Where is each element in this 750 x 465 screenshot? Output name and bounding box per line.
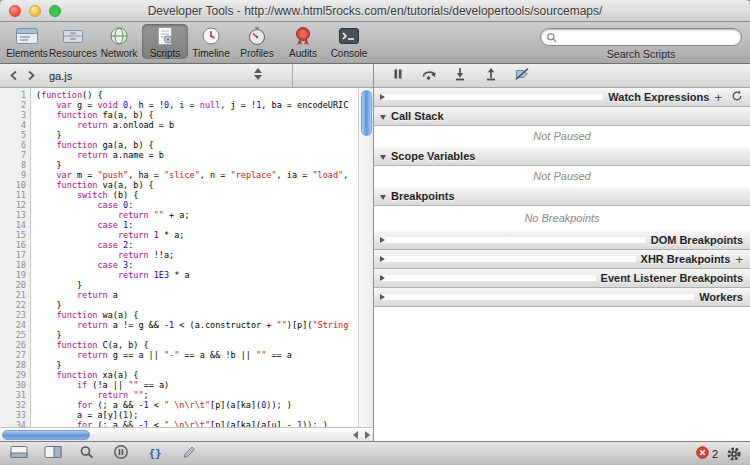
code-line[interactable]: return !!a;	[36, 250, 358, 260]
scroll-arrows[interactable]	[353, 431, 370, 439]
vertical-scroll-thumb[interactable]	[361, 90, 372, 136]
section-header-event-listener-breakpoints[interactable]: Event Listener Breakpoints	[374, 269, 750, 288]
code-line[interactable]: return a.onload = b	[36, 120, 358, 130]
code-line[interactable]: (function() {	[36, 90, 358, 100]
code-line[interactable]: return a != g && -1 < (a.constructor + "…	[36, 320, 358, 330]
line-number[interactable]: 22	[0, 300, 26, 310]
line-number[interactable]: 34	[0, 420, 26, 427]
line-number[interactable]: 9	[0, 170, 26, 180]
code-line[interactable]: return "" + a;	[36, 210, 358, 220]
toolbar-item-resources[interactable]: Resources	[50, 24, 96, 59]
line-number[interactable]: 31	[0, 390, 26, 400]
step-over-button[interactable]	[417, 67, 441, 85]
section-header-dom-breakpoints[interactable]: DOM Breakpoints	[374, 231, 750, 250]
code-line[interactable]: }	[36, 300, 358, 310]
line-number[interactable]: 3	[0, 110, 26, 120]
line-number[interactable]: 26	[0, 340, 26, 350]
pause-on-exceptions-button[interactable]	[110, 445, 132, 463]
step-into-button[interactable]	[448, 67, 472, 85]
line-number[interactable]: 27	[0, 350, 26, 360]
code-line[interactable]: a = a[y](1);	[36, 410, 358, 420]
line-number[interactable]: 21	[0, 290, 26, 300]
code-line[interactable]: for (; a && -1 < " \n\r\t"[p](a[ka](a[u]…	[36, 420, 358, 427]
code-line[interactable]: function va(a, b) {	[36, 180, 358, 190]
line-number[interactable]: 12	[0, 200, 26, 210]
code-line[interactable]: switch (b) {	[36, 190, 358, 200]
line-number[interactable]: 17	[0, 250, 26, 260]
line-number[interactable]: 4	[0, 120, 26, 130]
scroll-right-icon[interactable]	[365, 431, 370, 439]
dock-button[interactable]	[42, 445, 64, 463]
line-number[interactable]: 16	[0, 240, 26, 250]
code-line[interactable]: function wa(a) {	[36, 310, 358, 320]
toolbar-item-console[interactable]: Console	[326, 24, 372, 59]
error-count-badge[interactable]: 2	[696, 445, 718, 463]
minimize-button[interactable]	[29, 5, 41, 17]
line-number[interactable]: 11	[0, 190, 26, 200]
section-header-call-stack[interactable]: Call Stack	[374, 107, 750, 126]
vertical-scrollbar[interactable]	[358, 88, 373, 427]
line-number[interactable]: 13	[0, 210, 26, 220]
line-number[interactable]: 8	[0, 160, 26, 170]
section-header-scope-variables[interactable]: Scope Variables	[374, 147, 750, 166]
toolbar-item-audits[interactable]: Audits	[280, 24, 326, 59]
code-line[interactable]: return g == a || "-" == a && !b || "" ==…	[36, 350, 358, 360]
code-line[interactable]: case 2:	[36, 240, 358, 250]
code-line[interactable]: }	[36, 130, 358, 140]
toolbar-item-network[interactable]: Network	[96, 24, 142, 59]
code-line[interactable]: return 1 * a;	[36, 230, 358, 240]
code-line[interactable]: }	[36, 160, 358, 170]
toolbar-item-elements[interactable]: Elements	[4, 24, 50, 59]
line-number[interactable]: 24	[0, 320, 26, 330]
line-number[interactable]: 10	[0, 180, 26, 190]
search-button[interactable]	[76, 445, 98, 463]
code-line[interactable]: }	[36, 330, 358, 340]
titlebar[interactable]: Developer Tools - http://www.html5rocks.…	[0, 0, 750, 22]
line-number[interactable]: 18	[0, 260, 26, 270]
line-number[interactable]: 29	[0, 370, 26, 380]
close-button[interactable]	[9, 5, 21, 17]
code-line[interactable]: return 1E3 * a	[36, 270, 358, 280]
code-line[interactable]: case 3:	[36, 260, 358, 270]
add-button[interactable]: +	[714, 92, 722, 103]
step-out-button[interactable]	[479, 67, 503, 85]
code-line[interactable]: }	[36, 360, 358, 370]
horizontal-scroll-thumb[interactable]	[2, 430, 90, 440]
line-number[interactable]: 25	[0, 330, 26, 340]
line-number[interactable]: 5	[0, 130, 26, 140]
code-line[interactable]: return a	[36, 290, 358, 300]
line-number[interactable]: 14	[0, 220, 26, 230]
code-editor[interactable]: 1234567891011121314151617181920212223242…	[0, 88, 373, 427]
line-number[interactable]: 32	[0, 400, 26, 410]
add-button[interactable]: +	[735, 254, 743, 265]
code-line[interactable]: if (!a || "" == a)	[36, 380, 358, 390]
line-number[interactable]: 7	[0, 150, 26, 160]
line-number[interactable]: 15	[0, 230, 26, 240]
back-button[interactable]	[4, 67, 22, 84]
section-header-workers[interactable]: Workers	[374, 288, 750, 307]
code-line[interactable]: case 1:	[36, 220, 358, 230]
horizontal-scrollbar[interactable]	[0, 427, 373, 441]
code-line[interactable]: function xa(a) {	[36, 370, 358, 380]
line-number[interactable]: 20	[0, 280, 26, 290]
pretty-print-button[interactable]: {}	[144, 445, 166, 463]
settings-gear-button[interactable]	[726, 446, 742, 462]
section-header-watch-expressions[interactable]: Watch Expressions+	[374, 88, 750, 107]
code-line[interactable]: for (; a && -1 < " \n\r\t"[p](a[ka](0));…	[36, 400, 358, 410]
refresh-button[interactable]	[731, 90, 743, 104]
code-line[interactable]: function C(a, b) {	[36, 340, 358, 350]
zoom-button[interactable]	[49, 5, 61, 17]
line-number[interactable]: 19	[0, 270, 26, 280]
line-number[interactable]: 1	[0, 90, 26, 100]
toolbar-item-scripts[interactable]: Scripts	[142, 24, 188, 59]
section-header-breakpoints[interactable]: Breakpoints	[374, 187, 750, 206]
line-number[interactable]: 30	[0, 380, 26, 390]
toggle-breakpoints-button[interactable]	[510, 67, 534, 85]
code-line[interactable]: var g = void 0, h = !0, i = null, j = !1…	[36, 100, 358, 110]
toolbar-item-profiles[interactable]: Profiles	[234, 24, 280, 59]
line-number[interactable]: 6	[0, 140, 26, 150]
forward-button[interactable]	[22, 67, 40, 84]
pause-button[interactable]	[386, 67, 410, 85]
section-header-xhr-breakpoints[interactable]: XHR Breakpoints+	[374, 250, 750, 269]
line-number[interactable]: 23	[0, 310, 26, 320]
